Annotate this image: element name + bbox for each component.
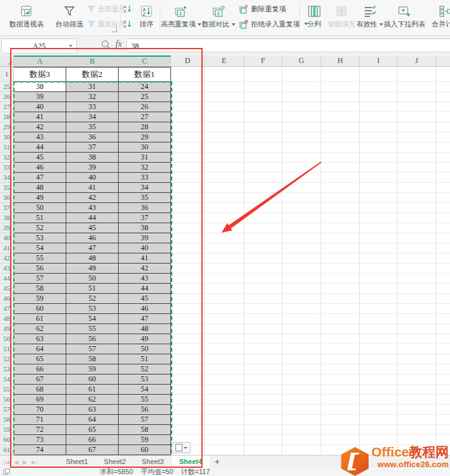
empty-cell[interactable]: [171, 284, 204, 294]
empty-cell[interactable]: [360, 435, 398, 445]
row-header[interactable]: 53: [0, 364, 14, 374]
data-cell[interactable]: 45: [66, 223, 119, 233]
data-cell[interactable]: 33: [119, 173, 171, 183]
empty-cell[interactable]: [360, 274, 398, 284]
row-header[interactable]: 44: [0, 274, 14, 284]
empty-cell[interactable]: [204, 173, 244, 183]
empty-cell[interactable]: [321, 304, 360, 314]
row-header[interactable]: 52: [0, 354, 14, 364]
empty-cell[interactable]: [398, 274, 436, 284]
column-header-C[interactable]: C: [119, 55, 171, 67]
empty-cell[interactable]: [436, 132, 450, 142]
empty-cell[interactable]: [436, 153, 450, 163]
empty-cell[interactable]: [204, 213, 244, 223]
empty-cell[interactable]: [171, 304, 204, 314]
row-header[interactable]: 54: [0, 374, 14, 385]
empty-cell[interactable]: [282, 385, 321, 395]
empty-cell[interactable]: [282, 153, 321, 163]
empty-cell[interactable]: [244, 374, 282, 385]
data-cell[interactable]: 35: [119, 193, 171, 203]
empty-cell[interactable]: [321, 324, 360, 334]
insert-dropdown-list-button[interactable]: 插入下拉列表: [384, 1, 424, 34]
empty-cell[interactable]: [204, 445, 244, 455]
text-to-columns-button[interactable]: 分列: [303, 1, 326, 34]
empty-cell[interactable]: [282, 173, 321, 183]
empty-cell[interactable]: [171, 92, 204, 102]
data-cell[interactable]: 60: [66, 374, 119, 385]
empty-cell[interactable]: [321, 274, 360, 284]
validation-button[interactable]: 有效性: [357, 1, 383, 34]
empty-cell[interactable]: [204, 67, 244, 82]
empty-cell[interactable]: [171, 425, 204, 435]
empty-cell[interactable]: [204, 344, 244, 354]
empty-cell[interactable]: [282, 334, 321, 344]
data-cell[interactable]: 36: [119, 203, 171, 213]
empty-cell[interactable]: [282, 102, 321, 112]
empty-cell[interactable]: [398, 344, 436, 354]
row-header[interactable]: 34: [0, 173, 14, 183]
empty-cell[interactable]: [204, 243, 244, 253]
empty-cell[interactable]: [321, 334, 360, 344]
data-cell[interactable]: 57: [14, 274, 66, 284]
empty-cell[interactable]: [321, 122, 360, 132]
empty-cell[interactable]: [398, 92, 436, 102]
data-cell[interactable]: 49: [66, 264, 119, 274]
sheet-tab-sheet3[interactable]: Sheet3: [134, 456, 172, 468]
empty-cell[interactable]: [398, 132, 436, 142]
row-header[interactable]: 49: [0, 324, 14, 334]
empty-cell[interactable]: [282, 324, 321, 334]
empty-cell[interactable]: [244, 132, 282, 142]
empty-cell[interactable]: [398, 173, 436, 183]
empty-cell[interactable]: [171, 385, 204, 395]
empty-cell[interactable]: [244, 173, 282, 183]
empty-cell[interactable]: [398, 395, 436, 405]
data-cell[interactable]: 61: [66, 385, 119, 395]
data-cell[interactable]: 43: [66, 203, 119, 213]
empty-cell[interactable]: [321, 344, 360, 354]
row-header[interactable]: 25: [0, 82, 14, 92]
empty-cell[interactable]: [244, 223, 282, 233]
empty-cell[interactable]: [244, 153, 282, 163]
row-header[interactable]: 39: [0, 223, 14, 233]
empty-cell[interactable]: [398, 364, 436, 374]
empty-cell[interactable]: [204, 203, 244, 213]
data-cell[interactable]: 53: [119, 374, 171, 385]
row-header[interactable]: 55: [0, 385, 14, 395]
empty-cell[interactable]: [360, 253, 398, 264]
data-cell[interactable]: 39: [66, 163, 119, 173]
empty-cell[interactable]: [436, 183, 450, 193]
data-cell[interactable]: 34: [66, 112, 119, 122]
empty-cell[interactable]: [321, 173, 360, 183]
row-header[interactable]: 41: [0, 243, 14, 253]
empty-cell[interactable]: [204, 82, 244, 92]
empty-cell[interactable]: [244, 284, 282, 294]
data-cell[interactable]: 60: [119, 445, 171, 455]
empty-cell[interactable]: [321, 102, 360, 112]
empty-cell[interactable]: [398, 253, 436, 264]
data-cell[interactable]: 30: [119, 142, 171, 153]
empty-cell[interactable]: [282, 304, 321, 314]
empty-cell[interactable]: [436, 344, 450, 354]
empty-cell[interactable]: [244, 142, 282, 153]
empty-cell[interactable]: [204, 304, 244, 314]
data-cell[interactable]: 24: [119, 82, 171, 92]
row-header[interactable]: 60: [0, 435, 14, 445]
empty-cell[interactable]: [360, 264, 398, 274]
data-cell[interactable]: 60: [14, 304, 66, 314]
empty-cell[interactable]: [204, 425, 244, 435]
empty-cell[interactable]: [360, 112, 398, 122]
empty-cell[interactable]: [360, 364, 398, 374]
data-cell[interactable]: 41: [66, 183, 119, 193]
empty-cell[interactable]: [321, 294, 360, 304]
empty-cell[interactable]: [360, 203, 398, 213]
data-cell[interactable]: 49: [119, 334, 171, 344]
empty-cell[interactable]: [398, 425, 436, 435]
data-cell[interactable]: 63: [66, 405, 119, 415]
empty-cell[interactable]: [244, 294, 282, 304]
empty-cell[interactable]: [171, 183, 204, 193]
header-cell[interactable]: 数据2: [66, 67, 119, 82]
empty-cell[interactable]: [171, 324, 204, 334]
data-cell[interactable]: 35: [66, 122, 119, 132]
empty-cell[interactable]: [282, 183, 321, 193]
empty-cell[interactable]: [282, 233, 321, 243]
